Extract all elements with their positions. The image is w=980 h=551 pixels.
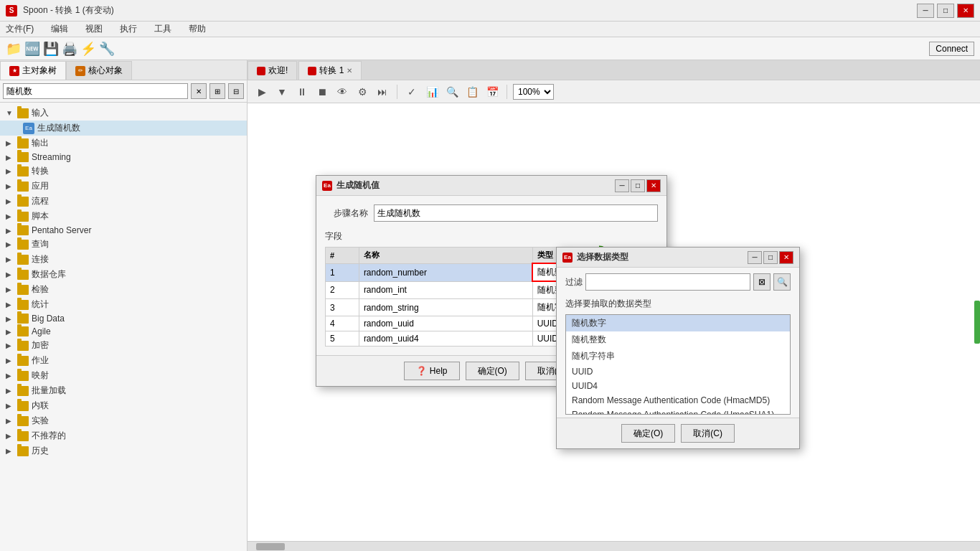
toolbar-icon-4[interactable]: 🖨️ (62, 41, 77, 57)
calendar-button[interactable]: 📅 (484, 83, 501, 100)
tab-main-tree[interactable]: ★ 主对象树 (0, 61, 66, 80)
tree-item-bulk-load[interactable]: ▶ 批量加载 (0, 383, 247, 398)
type-item-uuid4[interactable]: UUID4 (566, 379, 790, 393)
tree-item-streaming[interactable]: ▶ Streaming (0, 151, 247, 164)
dialog-minimize-button[interactable]: ─ (615, 179, 629, 192)
type-dialog-minimize[interactable]: ─ (748, 251, 762, 264)
menu-view[interactable]: 视图 (83, 22, 105, 37)
type-dialog-icon: Ea (562, 253, 573, 263)
tree-item-encrypt[interactable]: ▶ 加密 (0, 338, 247, 353)
type-item-random-number[interactable]: 随机数字 (566, 315, 790, 331)
step-button[interactable]: ⏭ (374, 83, 391, 100)
type-list[interactable]: 随机数字 随机整数 随机字符串 UUID UUID4 Random Messag… (565, 314, 791, 415)
tree-item-output[interactable]: ▶ 输出 (0, 136, 247, 151)
tab-core-objects[interactable]: ✏ 核心对象 (66, 61, 132, 80)
type-ok-button[interactable]: 确定(O) (621, 424, 675, 443)
tree-item-query[interactable]: ▶ 查询 (0, 237, 247, 252)
step-name-label: 步骤名称 (325, 207, 368, 220)
chevron-right-icon: ▶ (6, 139, 14, 147)
dialog-close-button[interactable]: ✕ (646, 179, 661, 192)
type-item-random-string[interactable]: 随机字符串 (566, 348, 790, 364)
results-button[interactable]: 📋 (463, 83, 481, 100)
analyse-button[interactable]: 📊 (423, 83, 440, 100)
stop-button[interactable]: ⏹ (314, 83, 331, 100)
search-input[interactable] (3, 83, 188, 99)
tree-item-validate[interactable]: ▶ 检验 (0, 282, 247, 297)
clear-search-button[interactable]: ✕ (191, 83, 207, 99)
tree-item-connect[interactable]: ▶ 连接 (0, 252, 247, 267)
filter-input[interactable] (585, 273, 750, 291)
filter-row: 过滤 ⊠ 🔍 (557, 268, 799, 296)
toolbar-icon-3[interactable]: 💾 (43, 41, 59, 57)
play-button[interactable]: ▶ (253, 83, 270, 100)
expand-button[interactable]: ⊞ (209, 83, 225, 99)
tree-item-history[interactable]: ▶ 历史 (0, 443, 247, 458)
folder-icon (17, 255, 29, 265)
type-dialog-title-bar: Ea 选择数据类型 ─ □ ✕ (557, 248, 799, 268)
check-button[interactable]: ✓ (403, 83, 420, 100)
debug-button[interactable]: ⚙ (354, 83, 371, 100)
tab-transform1[interactable]: 转换 1 ✕ (298, 61, 362, 80)
play-dropdown-button[interactable]: ▼ (273, 83, 291, 100)
scroll-thumb[interactable] (256, 543, 285, 550)
main-tree-icon: ★ (9, 66, 19, 76)
tree-item-flow[interactable]: ▶ 流程 (0, 194, 247, 209)
filter-clear-button[interactable]: ⊠ (753, 273, 771, 291)
toolbar-icon-2[interactable]: 🆕 (24, 41, 40, 57)
bottom-scrollbar[interactable] (248, 541, 980, 551)
right-area: 欢迎! 转换 1 ✕ ▶ ▼ ⏸ ⏹ 👁 ⚙ ⏭ ✓ 📊 🔍 📋 📅 (248, 60, 980, 551)
tree-item-deprecated[interactable]: ▶ 不推荐的 (0, 428, 247, 443)
type-dialog-close[interactable]: ✕ (779, 251, 793, 264)
tree-item-experiment[interactable]: ▶ 实验 (0, 413, 247, 428)
tab-close-button[interactable]: ✕ (347, 67, 352, 75)
tab-welcome[interactable]: 欢迎! (248, 61, 297, 80)
tree-item-pentaho[interactable]: ▶ Pentaho Server (0, 224, 247, 237)
type-item-hmacsha1[interactable]: Random Message Authentication Code (Hmac… (566, 408, 790, 415)
type-item-hmacmd5[interactable]: Random Message Authentication Code (Hmac… (566, 393, 790, 408)
tree-item-stats[interactable]: ▶ 统计 (0, 297, 247, 312)
pause-button[interactable]: ⏸ (293, 83, 311, 100)
db-button[interactable]: 🔍 (443, 83, 461, 100)
dialog-maximize-button[interactable]: □ (631, 179, 645, 192)
tree-item-generate-random[interactable]: Ea 生成随机数 (0, 121, 247, 136)
step-name-input[interactable] (374, 204, 658, 222)
preview-button[interactable]: 👁 (334, 83, 351, 100)
zoom-select[interactable]: 100% (513, 84, 554, 100)
menu-file[interactable]: 文件(F) (3, 22, 37, 37)
menu-help[interactable]: 帮助 (186, 22, 209, 37)
folder-icon (17, 212, 29, 222)
toolbar-icon-6[interactable]: 🔧 (99, 41, 115, 57)
maximize-button[interactable]: □ (937, 4, 954, 18)
cell-name: random_uuid (359, 316, 532, 331)
tree-item-app[interactable]: ▶ 应用 (0, 179, 247, 194)
menu-run[interactable]: 执行 (117, 22, 140, 37)
tree-item-warehouse[interactable]: ▶ 数据仓库 (0, 267, 247, 282)
ok-button[interactable]: 确定(O) (466, 362, 519, 380)
toolbar-icon-1[interactable]: 📁 (6, 41, 22, 57)
menu-edit[interactable]: 编辑 (48, 22, 71, 37)
menu-tools[interactable]: 工具 (151, 22, 174, 37)
filter-search-button[interactable]: 🔍 (773, 273, 791, 291)
type-dialog-footer: 确定(O) 取消(C) (557, 418, 799, 448)
dialog-controls: ─ □ ✕ (615, 179, 661, 192)
type-item-uuid[interactable]: UUID (566, 364, 790, 379)
type-cancel-button[interactable]: 取消(C) (681, 424, 735, 443)
tree-item-job[interactable]: ▶ 作业 (0, 353, 247, 368)
tree-item-inline[interactable]: ▶ 内联 (0, 398, 247, 413)
minimize-button[interactable]: ─ (917, 4, 934, 18)
help-button[interactable]: ❓ Help (404, 362, 459, 380)
type-item-random-int[interactable]: 随机整数 (566, 331, 790, 348)
collapse-button[interactable]: ⊟ (228, 83, 244, 99)
type-dialog-maximize[interactable]: □ (763, 251, 778, 264)
connect-button[interactable]: Connect (929, 42, 974, 56)
toolbar-icon-5[interactable]: ⚡ (80, 41, 96, 57)
tree-item-script[interactable]: ▶ 脚本 (0, 209, 247, 224)
tree-item-transform[interactable]: ▶ 转换 (0, 164, 247, 179)
tree-item-input[interactable]: ▼ 输入 (0, 105, 247, 121)
tree-item-bigdata[interactable]: ▶ Big Data (0, 312, 247, 325)
tree-item-agile[interactable]: ▶ Agile (0, 325, 247, 338)
tree-item-mapping[interactable]: ▶ 映射 (0, 368, 247, 383)
canvas-area[interactable]: Ea 生成随机值 ─ □ ✕ 步骤名称 字段 (248, 103, 980, 541)
close-button[interactable]: ✕ (957, 4, 974, 18)
generate-icon: Ea (23, 123, 34, 134)
